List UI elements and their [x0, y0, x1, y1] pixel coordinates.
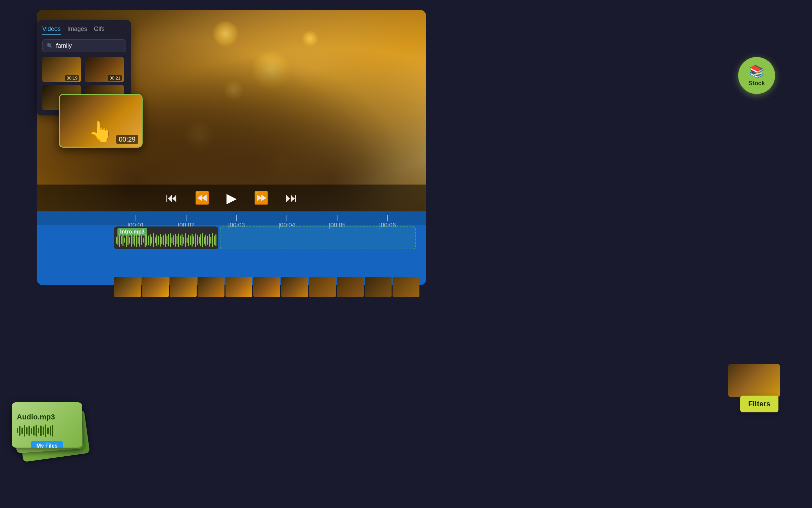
audio-waveform	[17, 424, 77, 437]
wave-bar	[118, 235, 119, 245]
wave-bar	[124, 238, 125, 243]
cursor-hand-icon: 👆	[88, 120, 114, 143]
stock-label: Stock	[748, 80, 765, 87]
wave-bar	[210, 237, 211, 244]
video-thumb-track	[114, 277, 426, 297]
audio-card-front[interactable]: Audio.mp3 My Files	[12, 402, 82, 448]
wave-bar	[128, 235, 129, 245]
wave-bar	[180, 236, 181, 245]
thumb-item	[281, 277, 308, 297]
search-icon: 🔍	[47, 43, 53, 49]
wave-bar	[212, 233, 213, 247]
wave-bar	[123, 234, 124, 246]
video-thumb-track-row	[37, 277, 426, 300]
wave-bar	[214, 236, 215, 245]
wave-bar	[151, 237, 152, 244]
wave-bar	[146, 235, 147, 246]
audio-track-row: Intro.mp3	[37, 226, 426, 250]
wave-bar	[139, 234, 140, 247]
wave-bar	[173, 235, 174, 245]
thumb-item	[253, 277, 280, 297]
wave-bar	[188, 235, 189, 246]
wl	[22, 427, 23, 434]
stock-button[interactable]: 📚 Stock	[738, 57, 775, 94]
wave-bar	[158, 236, 159, 245]
thumb-item	[393, 277, 419, 297]
wave-bar	[190, 236, 191, 245]
tab-images[interactable]: Images	[68, 26, 87, 35]
wave-bar	[134, 234, 135, 246]
wave-bar	[156, 235, 157, 246]
wl	[19, 426, 20, 436]
wave-bar	[137, 237, 138, 244]
thumb-item	[365, 277, 392, 297]
audio-card-label: Audio.mp3	[17, 413, 77, 421]
thumb-item	[142, 277, 169, 297]
fast-forward-button[interactable]: ⏩	[254, 191, 269, 205]
result-duration-2: 00:21	[108, 75, 122, 81]
wave-bar	[143, 238, 144, 243]
wl	[43, 426, 44, 435]
wave-bar	[168, 234, 169, 246]
search-result-1[interactable]: 00:19	[42, 57, 81, 82]
wave-bar	[155, 237, 156, 243]
stock-icon: 📚	[749, 65, 764, 79]
thumb-item	[114, 277, 141, 297]
tab-videos[interactable]: Videos	[42, 26, 61, 35]
wave-bar	[181, 234, 182, 246]
wl	[26, 427, 28, 434]
wave-bar	[171, 237, 172, 243]
play-button[interactable]: ▶	[226, 190, 237, 206]
wave-bar	[121, 236, 122, 244]
wave-bar	[129, 237, 130, 244]
wl	[36, 425, 37, 436]
wave-bar	[131, 234, 132, 247]
wave-bar	[209, 234, 210, 247]
wave-bar	[148, 236, 149, 245]
wave-bar	[141, 236, 142, 245]
wave-bar	[183, 237, 184, 244]
audio-track-label: Intro.mp3	[118, 228, 147, 236]
search-input-wrapper[interactable]: 🔍	[42, 39, 126, 52]
rewind-button[interactable]: ⏪	[195, 191, 210, 205]
dragged-clip[interactable]: 00:29 👆	[59, 94, 142, 147]
wave-bar	[176, 236, 177, 244]
wl	[50, 426, 51, 435]
wave-bar	[207, 236, 208, 245]
wave-bar	[202, 233, 203, 247]
wave-bar	[166, 236, 167, 244]
wave-bar	[197, 235, 198, 245]
my-files-badge[interactable]: My Files	[31, 441, 63, 448]
thumb-item	[225, 277, 252, 297]
wave-bar	[153, 233, 154, 247]
wave-bar	[178, 234, 179, 247]
filters-button[interactable]: Filters	[740, 395, 778, 412]
wave-bar	[204, 237, 205, 244]
skip-start-button[interactable]: ⏮	[166, 191, 178, 205]
wl	[38, 428, 39, 433]
wave-bar	[191, 234, 193, 247]
thumb-item	[198, 277, 224, 297]
wave-bar	[193, 236, 194, 244]
empty-audio-track[interactable]	[220, 226, 416, 249]
tab-gifs[interactable]: Gifs	[94, 26, 105, 35]
search-tabs: Videos Images Gifs	[42, 26, 126, 35]
wl	[24, 425, 25, 436]
skip-end-button[interactable]: ⏭	[286, 191, 298, 205]
dragged-clip-duration: 00:29	[116, 135, 138, 144]
wl	[40, 425, 42, 436]
wave-bar	[161, 237, 162, 244]
thumb-item	[170, 277, 197, 297]
search-input[interactable]	[56, 42, 134, 49]
wave-bar	[195, 234, 196, 247]
audio-track[interactable]: Intro.mp3	[114, 226, 218, 249]
wave-bar	[215, 234, 216, 246]
wave-bar	[205, 235, 206, 246]
wl	[29, 426, 30, 436]
wl	[17, 428, 18, 433]
wl	[31, 428, 32, 434]
wl	[52, 425, 53, 436]
search-result-2[interactable]: 00:21	[85, 57, 124, 82]
wave-bar	[163, 235, 164, 245]
wl	[47, 427, 49, 434]
